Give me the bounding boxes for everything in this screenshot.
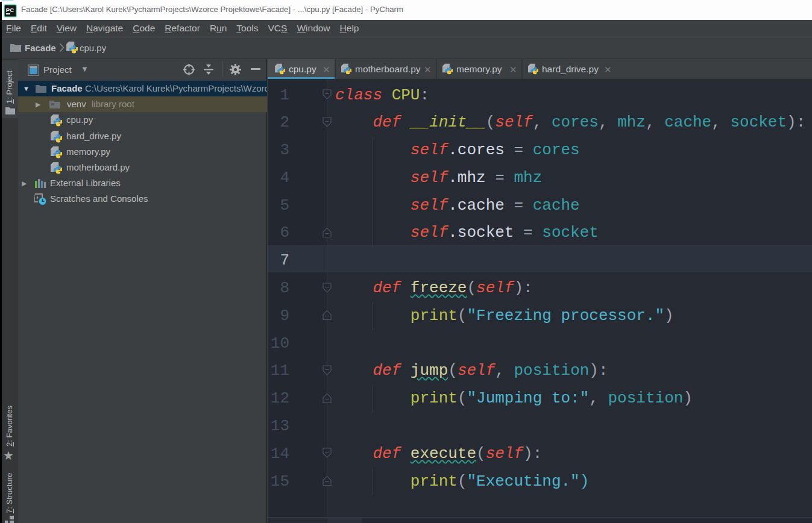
svg-text:PC: PC	[6, 7, 14, 13]
